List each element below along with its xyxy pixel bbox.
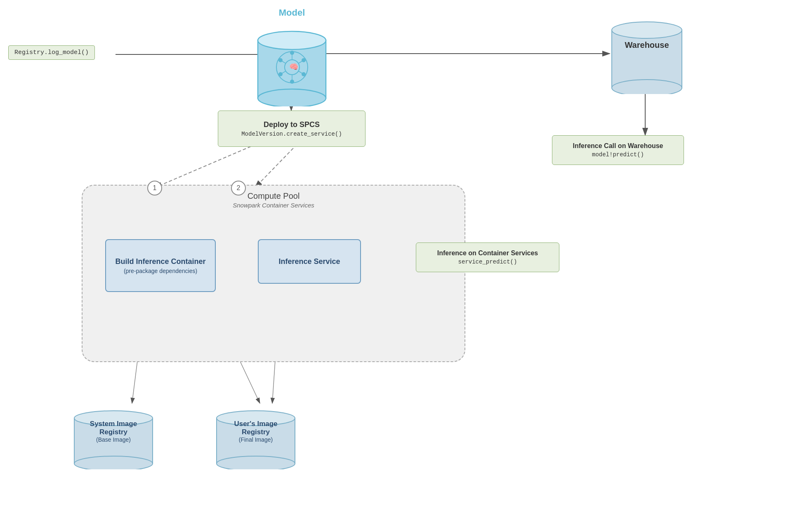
inference-container-services-box: Inference on Container Services service_… [416, 242, 559, 272]
deploy-title: Deploy to SPCS [264, 120, 320, 129]
svg-text:🧠: 🧠 [289, 62, 299, 71]
deploy-code: ModelVersion.create_service() [241, 131, 342, 137]
svg-point-38 [217, 456, 295, 469]
inference-cs-code: service_predict() [458, 259, 517, 265]
svg-point-35 [74, 456, 153, 469]
inference-warehouse-box: Inference Call on Warehouse model!predic… [552, 135, 684, 165]
svg-line-7 [255, 144, 297, 188]
system-image-label: System Image Registry (Base Image) [72, 420, 155, 443]
build-inference-sub: (pre-package dependencies) [124, 268, 197, 274]
svg-point-14 [258, 89, 326, 106]
build-inference-container-box: Build Inference Container (pre-package d… [105, 239, 216, 292]
warehouse-cylinder: Warehouse [610, 12, 684, 96]
badge-1: 1 [147, 181, 162, 195]
compute-pool-title: Compute Pool [248, 191, 300, 201]
build-inference-title: Build Inference Container [115, 257, 205, 266]
inference-cs-title: Inference on Container Services [437, 250, 538, 257]
svg-point-33 [612, 22, 682, 38]
model-cylinder: Model [256, 7, 328, 108]
compute-pool-container: Compute Pool Snowpark Container Services… [82, 185, 465, 362]
users-image-label: User's Image Registry (Final Image) [215, 420, 297, 443]
inference-warehouse-title: Inference Call on Warehouse [573, 142, 663, 150]
svg-point-15 [258, 31, 326, 49]
inference-service-box: Inference Service [258, 239, 361, 284]
model-label: Model [256, 7, 328, 18]
badge-2: 2 [231, 181, 246, 195]
registry-call-box: Registry.log_model() [8, 45, 95, 60]
diagram-container: Registry.log_model() Model [0, 0, 797, 532]
system-image-registry-cylinder: System Image Registry (Base Image) [72, 403, 155, 471]
inference-service-title: Inference Service [278, 257, 340, 266]
deploy-spcs-box: Deploy to SPCS ModelVersion.create_servi… [218, 111, 365, 147]
warehouse-label: Warehouse [610, 40, 684, 50]
inference-warehouse-code: model!predict() [592, 151, 644, 158]
compute-pool-subtitle: Snowpark Container Services [233, 202, 314, 209]
svg-point-32 [612, 80, 682, 94]
users-image-registry-cylinder: User's Image Registry (Final Image) [215, 403, 297, 471]
